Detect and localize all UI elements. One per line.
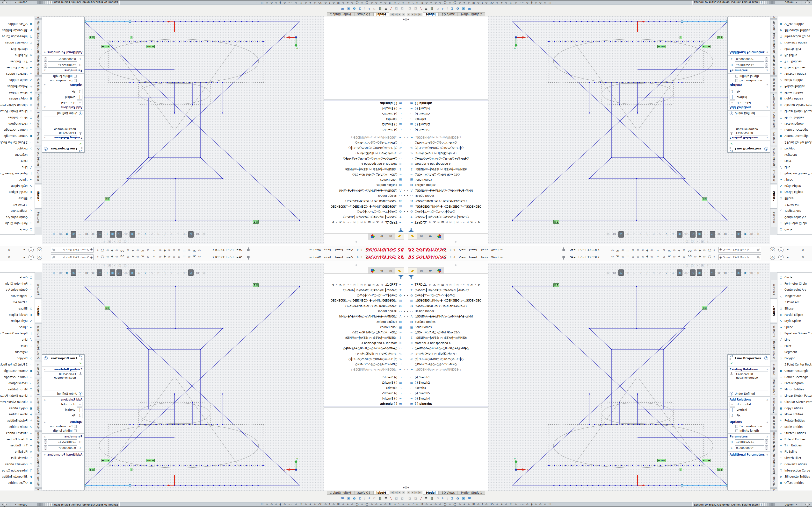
heads-up-icon[interactable]: Ж [71, 270, 76, 276]
sketch-tool-item[interactable]: ∷ Linear Sketch Pattern [777, 108, 812, 114]
expand-chevron-icon[interactable]: ∨ [766, 51, 768, 54]
tree-item[interactable]: ▸ ◔ ○Λℓ◎╋Э5∘Ч○∘○Ч∘5Э╋◎ℓΛ○ [406, 293, 488, 298]
sketch-tool-item[interactable]: ╱ Line [777, 164, 812, 170]
sketch-tool-item[interactable]: ⊂ Convert Entities [0, 40, 35, 46]
sketch-tool-item[interactable]: ⋂ Intersection Curve [777, 467, 812, 474]
tree-item[interactable]: ▰ TЯPDL2. ◎ Ж ◎ Ш ◎ ◎ ╋ ◎ ⊃⊂ ◎ Ж ∙ Э [324, 282, 406, 287]
commandmanager-tab[interactable]: Mesh Modeling [770, 432, 777, 453]
help-icon[interactable]: ? [29, 255, 34, 260]
tree-item[interactable]: ✂ ○Э5∙∩Ж ℓΑМ○∘○МΑℓ Ж∩∙5Э○ [406, 330, 488, 335]
tree-item[interactable]: ⌐ Sketch3 [406, 116, 488, 122]
tree-item[interactable]: Σ ○Э5ИМ◎∘╋ΑУЗЕ○∘○ЕЗУΑ╋∘◎МИ5Э○ [324, 167, 406, 172]
doc-tab-nav-icon[interactable]: ▶ [418, 491, 422, 494]
scroll-left-icon[interactable]: ◀ [407, 487, 409, 489]
child-window-button[interactable]: – [697, 264, 698, 267]
section-existing-relations[interactable]: Existing Relations∧ [729, 368, 768, 371]
sketch-tool-item[interactable]: ◗ Silhouette Entities [777, 27, 812, 34]
commandmanager-tab[interactable]: Sheet Metal [35, 111, 42, 128]
relations-list[interactable]: Collinear108Equal length109 [44, 372, 77, 390]
sketch-relation-tag[interactable]: ▨ 3 [89, 36, 95, 39]
sketch-tool-item[interactable]: ↻ Rotate Entities [0, 83, 35, 90]
close-button[interactable]: × [7, 255, 10, 259]
tree-item[interactable]: ▦ (-) Sketch6 [406, 401, 488, 406]
sketch-tool-item[interactable]: ◿ Scale Entities [0, 424, 35, 430]
parameter-value-field[interactable]: 10.88152731 [48, 439, 77, 444]
configurationmanager-tab[interactable]: ⊕ [377, 268, 386, 274]
relation-entry[interactable]: Collinear108 [736, 372, 767, 376]
ok-check-icon[interactable]: ✓ [44, 360, 82, 365]
tree-item[interactable]: ∟ ○ИМ∘ЄЭ∘ℓ◎○∘○◎ℓ∘ЭЄ∘МИ○ [406, 362, 488, 367]
checkbox[interactable] [735, 79, 738, 82]
bottom-toolbar-icon[interactable]: ◪ [401, 7, 404, 11]
heads-up-icon[interactable]: Λ [149, 270, 154, 276]
commandmanager-tab[interactable]: Features [770, 280, 777, 299]
sketch-relation-tag[interactable]: ▨ 3 [717, 36, 723, 39]
tree-item[interactable]: ▦ (-) Sketch2 [324, 122, 406, 127]
user-account-icon[interactable]: ⊚ [37, 255, 42, 260]
sketch-tool-item[interactable]: ≡ Offset Entities [0, 480, 35, 486]
sketch-tool-item[interactable]: ◫ Mirror Entities [0, 386, 35, 393]
bottom-toolbar-icon[interactable] [447, 7, 448, 11]
checkbox[interactable] [735, 425, 738, 428]
commandmanager-tab[interactable]: Weldments [770, 93, 777, 110]
document-tab[interactable]: Model [373, 12, 389, 16]
bottom-toolbar-icon[interactable]: ▣ [347, 7, 350, 11]
sketch-tool-item[interactable]: ∗ Circular Sketch Pattern [777, 399, 812, 405]
section-additional-parameters[interactable]: Additional Parameters∨ [729, 453, 768, 456]
heads-up-icon[interactable]: ▤ [201, 231, 207, 237]
sketch-tool-item[interactable]: ∗ Circular Sketch Pattern [777, 102, 812, 108]
sketch-tool-item[interactable]: ◇ Polygon [777, 146, 812, 152]
tree-item[interactable]: ▦ Solid Bodies [406, 177, 488, 182]
bottom-toolbar-icon[interactable]: ∟ [442, 496, 445, 500]
tree-item[interactable]: ⌐ (-) Sketch1 [324, 127, 406, 132]
sketch-tool-item[interactable]: ✂ Trim Entities [0, 443, 35, 449]
document-tab[interactable]: Motion Study 1 [327, 12, 354, 16]
tree-item[interactable]: ▱ ○∙◎╋○Ж⊙ΙΙ○∘○ΙΙ⊙Ж○╋◎∙○ [324, 151, 406, 156]
heads-up-icon[interactable]: ∕ [664, 270, 669, 276]
bottom-toolbar-icon[interactable]: ≣ [425, 496, 427, 500]
commandmanager-tab[interactable]: Sketch [770, 299, 777, 323]
commandmanager-tab[interactable]: Direct Editing [35, 340, 42, 360]
heads-up-icon[interactable]: × [156, 270, 161, 276]
checkbox[interactable] [735, 430, 738, 432]
sketch-tool-item[interactable]: ▣ Center Rectangle [777, 133, 812, 139]
propertymanager-tab[interactable]: ⊞ [417, 233, 426, 239]
sketch-tool-item[interactable]: ◟ Tangent Arc [0, 208, 35, 214]
collapse-chevron-icon[interactable]: ∧ [44, 106, 46, 109]
child-window-button[interactable]: ▣ [701, 240, 704, 243]
commandmanager-tab[interactable]: Mold Tools [770, 414, 777, 431]
sketch-relation-tag[interactable]: ∕ [679, 468, 682, 471]
relation-button-icon[interactable]: ⚓ [77, 89, 83, 94]
commandmanager-tab[interactable]: Mold Tools [35, 76, 42, 93]
sketch-tool-item[interactable]: ∿ Style Spline [777, 318, 812, 324]
tree-item[interactable]: ★ ○Э5ЗЖ╋∘ℓ◎ΛΑΦ○∘○ΦΑΛ◎ℓ∘╋ЖЗ5Э○ [324, 287, 406, 293]
sketch-tool-item[interactable]: ○ Circle [0, 274, 35, 281]
sketch-tool-item[interactable]: ◇ Polygon [777, 355, 812, 361]
expand-arrow-icon[interactable]: ▸ [403, 189, 406, 192]
child-window-button[interactable]: × [103, 264, 105, 267]
heads-up-icon[interactable]: ▤ [605, 270, 611, 276]
heads-up-icon[interactable]: ╱ [162, 231, 167, 237]
commandmanager-tab[interactable]: Weldments [35, 93, 42, 110]
close-button[interactable]: × [802, 255, 805, 259]
sketch-tool-item[interactable]: ↔ Stretch Entities [777, 430, 812, 436]
sketch-tool-item[interactable]: ◇ Polygon [0, 146, 35, 152]
sketch-relation-tag[interactable]: ▨ 3 [89, 468, 95, 471]
units-dropdown[interactable]: Custom ▴ [779, 0, 802, 5]
sketch-tool-item[interactable]: ≡ Offset Entities [0, 21, 35, 27]
tree-item[interactable]: ▦ (-) Sketch2 [324, 380, 406, 385]
child-window-button[interactable]: ▢ [691, 240, 694, 243]
bottom-toolbar-icon[interactable]: ◪ [395, 7, 398, 11]
tree-item[interactable]: ▱ ○╋ЧЭЄ∘ℓ○Ж⊙ΙΙ○∘○ΙΙ⊙Ж○ℓ∘ЭЧ╋○ [324, 356, 406, 362]
minimize-button[interactable]: – [23, 255, 25, 259]
relations-list[interactable]: Collinear108Equal length109 [735, 372, 768, 390]
sketch-tool-item[interactable]: ≈ Spline [777, 324, 812, 330]
document-tab[interactable]: Model [373, 491, 389, 495]
tree-item[interactable]: ▸ ◔ ○Λℓ◎╋Э5∘Ч○∘○Ч∘5Э╋◎ℓΛ○ [324, 293, 406, 298]
sketch-tool-item[interactable]: ▣ Copy Entities [0, 96, 35, 102]
menu-item[interactable]: Tools [481, 256, 488, 259]
menu-item[interactable]: File [366, 256, 370, 259]
add-relation-button[interactable]: ─ Horizontal [729, 100, 768, 105]
restore-button[interactable] [16, 256, 18, 258]
sketch-tool-item[interactable]: ▭ Corner Rectangle [777, 127, 812, 133]
